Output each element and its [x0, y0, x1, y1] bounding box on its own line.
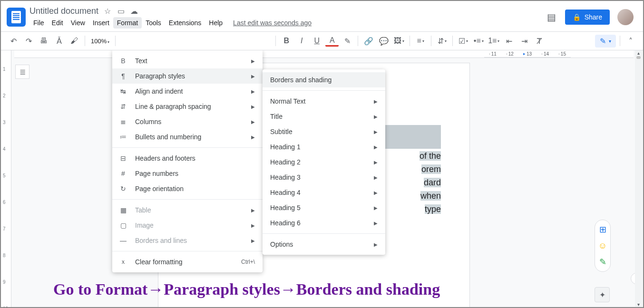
share-button[interactable]: 🔒 Share — [565, 10, 610, 25]
format-item-clear-formatting[interactable]: ｘClear formattingCtrl+\ — [112, 254, 263, 270]
line-spacing-button[interactable]: ⇵ — [435, 34, 449, 48]
format-item-line-paragraph-spacing[interactable]: ⇵Line & paragraph spacing▶ — [112, 99, 263, 114]
paragraph-style-heading-[interactable]: Heading 2▶ — [263, 154, 385, 170]
menu-extensions[interactable]: Extensions — [165, 17, 205, 29]
format-item-columns[interactable]: ≣Columns▶ — [112, 114, 263, 129]
menu-format[interactable]: Format — [113, 17, 142, 29]
chevron-right-icon: ▶ — [251, 89, 255, 94]
format-item-headers-and-footers[interactable]: ⊟Headers and footers — [112, 151, 263, 166]
submenu-label: Heading 4 — [270, 189, 301, 196]
submenu-label: Borders and shading — [270, 76, 332, 84]
paragraph-style-heading-[interactable]: Heading 3▶ — [263, 170, 385, 185]
format-item-page-orientation[interactable]: ↻Page orientation — [112, 181, 263, 196]
clear-formatting-button[interactable]: Ⱦ — [533, 34, 546, 48]
text-line: type — [425, 204, 441, 214]
format-item-page-numbers[interactable]: #Page numbers — [112, 166, 263, 181]
menu-item-label: Page numbers — [135, 170, 178, 177]
suggest-edits-icon[interactable]: ✎ — [598, 257, 607, 267]
paragraph-style-title[interactable]: Title▶ — [263, 109, 385, 124]
spellcheck-button[interactable]: Ǎ — [52, 34, 66, 48]
menu-item-icon: ≣ — [119, 118, 127, 125]
chevron-right-icon: ▶ — [374, 129, 378, 135]
last-edit-link[interactable]: Last edit was seconds ago — [233, 19, 312, 27]
paragraph-style-heading-[interactable]: Heading 6▶ — [263, 215, 385, 231]
format-item-align-and-indent[interactable]: ↹Align and indent▶ — [112, 84, 263, 99]
menu-item-label: Clear formatting — [135, 258, 183, 266]
paragraph-style-subtitle[interactable]: Subtitle▶ — [263, 124, 385, 139]
format-item-text[interactable]: BText▶ — [112, 53, 263, 68]
paragraph-style-normal-text[interactable]: Normal Text▶ — [263, 94, 385, 109]
ruler-fragment: ·11·12▸13·14·15 — [484, 50, 571, 58]
redo-button[interactable]: ↷ — [22, 34, 35, 48]
paragraph-style-heading-[interactable]: Heading 4▶ — [263, 185, 385, 200]
scroll-up-icon[interactable]: ▴ — [635, 50, 642, 56]
bulleted-list-button[interactable]: •≡ — [472, 34, 485, 48]
chevron-right-icon: ▶ — [251, 58, 255, 64]
paragraph-style-heading-[interactable]: Heading 1▶ — [263, 139, 385, 154]
format-item-paragraph-styles[interactable]: ¶Paragraph styles▶ — [112, 68, 263, 84]
menu-item-label: Align and indent — [135, 87, 183, 95]
text-line: dard — [424, 178, 441, 187]
chevron-right-icon: ▶ — [251, 74, 255, 79]
menu-item-label: Table — [135, 206, 151, 214]
submenu-label: Heading 5 — [270, 204, 301, 212]
bold-button[interactable]: B — [280, 34, 293, 48]
align-button[interactable]: ≡ — [414, 34, 427, 48]
vertical-ruler[interactable]: 12345678910 — [1, 50, 11, 307]
star-icon[interactable]: ☆ — [103, 7, 112, 15]
print-button[interactable]: 🖶 — [37, 34, 50, 48]
undo-button[interactable]: ↶ — [7, 34, 20, 48]
checklist-button[interactable]: ☑ — [457, 34, 470, 48]
insert-comment-button[interactable]: 💬 — [377, 34, 390, 48]
avatar[interactable] — [617, 9, 634, 25]
menu-item-label: Line & paragraph spacing — [135, 103, 211, 110]
scroll-down-icon[interactable]: ▾ — [635, 302, 642, 307]
comment-history-icon[interactable]: ▤ — [546, 11, 557, 23]
menu-help[interactable]: Help — [205, 17, 226, 29]
format-item-bullets-and-numbering[interactable]: ≔Bullets and numbering▶ — [112, 129, 263, 144]
menu-item-icon: ▢ — [119, 221, 127, 229]
move-icon[interactable]: ▭ — [117, 7, 125, 15]
menu-edit[interactable]: Edit — [48, 17, 67, 29]
chevron-right-icon: ▶ — [374, 190, 378, 195]
add-comment-icon[interactable]: ⊞ — [598, 225, 607, 234]
menu-insert[interactable]: Insert — [89, 17, 113, 29]
increase-indent-button[interactable]: ⇥ — [517, 34, 531, 48]
toolbar: ↶ ↷ 🖶 Ǎ 🖌 100% B I U A ✎ 🔗 💬 🖼 ≡ ⇵ ☑ •≡ … — [1, 31, 643, 50]
chevron-right-icon: ▶ — [374, 205, 378, 211]
menubar: FileEditViewInsertFormatToolsExtensionsH… — [29, 17, 546, 29]
doc-title[interactable]: Untitled document — [29, 6, 98, 16]
paragraph-style-options[interactable]: Options▶ — [263, 237, 385, 252]
vertical-scrollbar[interactable]: ▴ ▾ — [635, 50, 642, 307]
hide-menus-button[interactable]: ˄ — [624, 34, 637, 48]
italic-button[interactable]: I — [295, 34, 308, 48]
menu-item-icon: ↻ — [119, 185, 127, 192]
chevron-right-icon: ▶ — [374, 160, 378, 165]
scroll-thumb[interactable] — [636, 56, 641, 59]
text-color-button[interactable]: A — [325, 35, 339, 47]
numbered-list-button[interactable]: 1≡ — [487, 34, 500, 48]
docs-logo[interactable] — [7, 8, 26, 27]
submenu-label: Heading 6 — [270, 219, 301, 227]
format-menu-dropdown: BText▶¶Paragraph styles▶↹Align and inden… — [112, 50, 263, 272]
emoji-reaction-icon[interactable]: ☺ — [598, 241, 607, 250]
highlight-button[interactable]: ✎ — [341, 34, 354, 48]
paragraph-style-borders-and-shading[interactable]: Borders and shading — [263, 72, 385, 87]
explore-button[interactable]: ✦ — [595, 287, 610, 302]
insert-image-button[interactable]: 🖼 — [392, 34, 406, 48]
outline-toggle-button[interactable]: ≣ — [15, 65, 29, 79]
zoom-select[interactable]: 100% — [89, 38, 111, 45]
annotation-text: Go to Format→Paragraph styles→Borders an… — [53, 280, 440, 298]
insert-link-button[interactable]: 🔗 — [362, 34, 375, 48]
menu-tools[interactable]: Tools — [142, 17, 165, 29]
editing-mode-button[interactable]: ✎▾ — [595, 35, 616, 48]
paint-format-button[interactable]: 🖌 — [68, 34, 81, 48]
paragraph-style-heading-[interactable]: Heading 5▶ — [263, 200, 385, 215]
menu-file[interactable]: File — [29, 17, 48, 29]
menu-view[interactable]: View — [67, 17, 89, 29]
decrease-indent-button[interactable]: ⇤ — [502, 34, 516, 48]
menu-item-icon: ｘ — [119, 258, 127, 266]
cloud-icon[interactable]: ☁ — [130, 7, 138, 15]
chevron-right-icon: ▶ — [374, 242, 378, 247]
underline-button[interactable]: U — [310, 34, 323, 48]
